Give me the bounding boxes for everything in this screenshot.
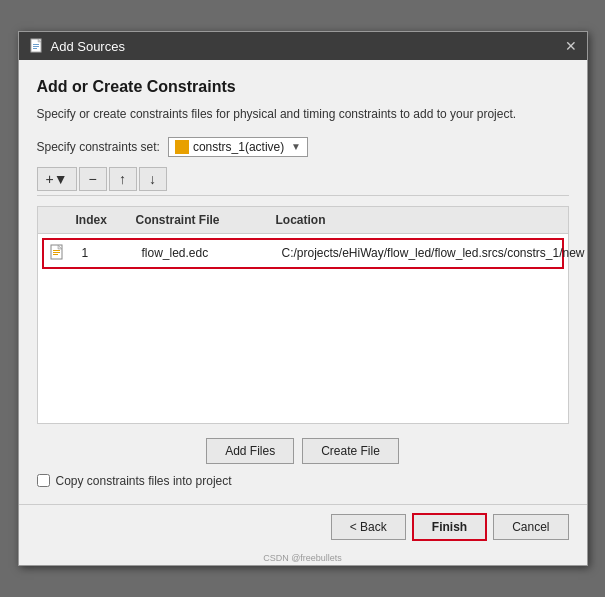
close-button[interactable]: ✕ bbox=[565, 39, 577, 53]
copy-checkbox-row: Copy constraints files into project bbox=[37, 474, 569, 488]
back-button[interactable]: < Back bbox=[331, 514, 406, 540]
add-files-button[interactable]: Add Files bbox=[206, 438, 294, 464]
dialog-icon bbox=[29, 38, 45, 54]
watermark: CSDN @freebullets bbox=[19, 553, 587, 565]
svg-rect-9 bbox=[53, 254, 58, 255]
constraint-file-icon bbox=[50, 244, 66, 260]
svg-rect-8 bbox=[53, 252, 60, 253]
col-icon-header bbox=[38, 211, 70, 229]
table-row[interactable]: 1 flow_led.edc C:/projects/eHiWay/flow_l… bbox=[42, 238, 564, 269]
title-bar: Add Sources ✕ bbox=[19, 32, 587, 60]
section-title: Add or Create Constraints bbox=[37, 78, 569, 96]
remove-button[interactable]: − bbox=[79, 167, 107, 191]
svg-rect-7 bbox=[53, 250, 60, 251]
dialog-title: Add Sources bbox=[51, 39, 125, 54]
constraints-set-row: Specify constraints set: constrs_1(activ… bbox=[37, 137, 569, 157]
svg-rect-3 bbox=[33, 46, 39, 47]
row-icon-cell bbox=[44, 240, 76, 267]
col-file-header: Constraint File bbox=[130, 211, 270, 229]
add-sources-dialog: Add Sources ✕ Add or Create Constraints … bbox=[18, 31, 588, 566]
section-description: Specify or create constraints files for … bbox=[37, 106, 569, 123]
constraints-table: Index Constraint File Location 1 flow_le… bbox=[37, 206, 569, 424]
row-location-cell: C:/projects/eHiWay/flow_led/flow_led.src… bbox=[276, 242, 591, 264]
bottom-buttons: Add Files Create File bbox=[37, 438, 569, 464]
move-down-button[interactable]: ↓ bbox=[139, 167, 167, 191]
cancel-button[interactable]: Cancel bbox=[493, 514, 568, 540]
toolbar: +▼ − ↑ ↓ bbox=[37, 167, 569, 196]
constraints-set-icon bbox=[175, 140, 189, 154]
col-location-header: Location bbox=[270, 211, 568, 229]
title-bar-left: Add Sources bbox=[29, 38, 125, 54]
constraints-set-label: Specify constraints set: bbox=[37, 140, 160, 154]
svg-rect-2 bbox=[33, 44, 39, 45]
table-empty-area bbox=[38, 273, 568, 423]
table-header: Index Constraint File Location bbox=[38, 207, 568, 234]
footer-row: < Back Finish Cancel bbox=[19, 504, 587, 553]
constraints-set-value: constrs_1(active) bbox=[193, 140, 284, 154]
add-button[interactable]: +▼ bbox=[37, 167, 77, 191]
dialog-body: Add or Create Constraints Specify or cre… bbox=[19, 60, 587, 500]
copy-checkbox[interactable] bbox=[37, 474, 50, 487]
chevron-down-icon: ▼ bbox=[291, 141, 301, 152]
col-index-header: Index bbox=[70, 211, 130, 229]
move-up-button[interactable]: ↑ bbox=[109, 167, 137, 191]
row-file-cell: flow_led.edc bbox=[136, 242, 276, 264]
row-index-cell: 1 bbox=[76, 242, 136, 264]
finish-button[interactable]: Finish bbox=[412, 513, 487, 541]
copy-checkbox-label: Copy constraints files into project bbox=[56, 474, 232, 488]
constraints-set-select[interactable]: constrs_1(active) ▼ bbox=[168, 137, 308, 157]
create-file-button[interactable]: Create File bbox=[302, 438, 399, 464]
svg-rect-4 bbox=[33, 48, 37, 49]
